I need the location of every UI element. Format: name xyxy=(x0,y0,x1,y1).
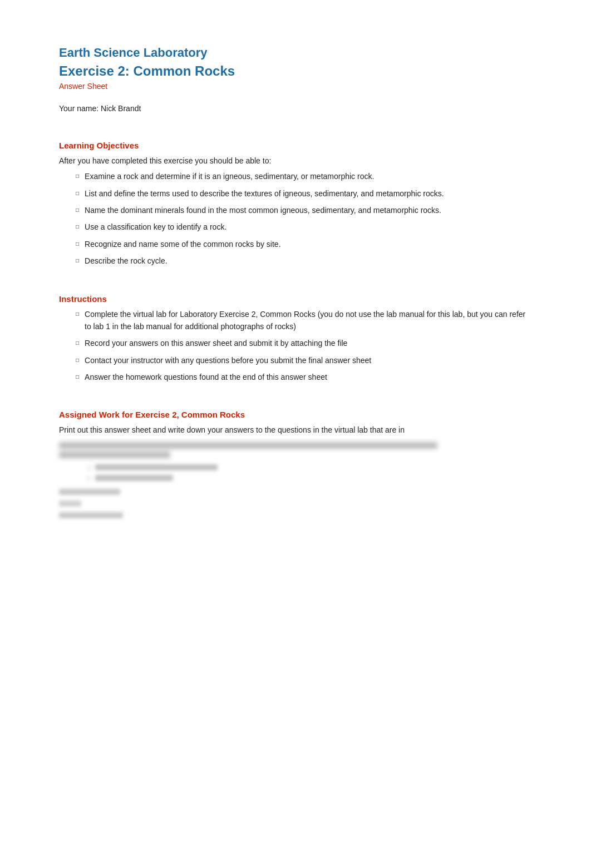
student-name: Your name: Nick Brandt xyxy=(59,104,532,113)
title-exercise: Exercise 2: Common Rocks xyxy=(59,62,532,81)
list-item: Describe the rock cycle. xyxy=(76,255,532,267)
blurred-paragraph xyxy=(59,442,532,458)
title-answer: Answer Sheet xyxy=(59,80,532,92)
list-item: Use a classification key to identify a r… xyxy=(76,221,532,233)
instructions-section: Instructions Complete the virtual lab fo… xyxy=(59,294,532,384)
list-item: Complete the virtual lab for Laboratory … xyxy=(76,308,532,333)
instructions-list: Complete the virtual lab for Laboratory … xyxy=(76,308,532,384)
page-container: Earth Science Laboratory Exercise 2: Com… xyxy=(0,0,591,578)
list-item: Name the dominant minerals found in the … xyxy=(76,204,532,216)
assigned-work-section: Assigned Work for Exercise 2, Common Roc… xyxy=(59,410,532,518)
student-name-value: Nick Brandt xyxy=(101,104,141,113)
learning-objectives-list: Examine a rock and determine if it is an… xyxy=(76,170,532,267)
blurred-item-2 xyxy=(59,500,532,507)
student-label: Your name: xyxy=(59,104,98,113)
list-item: List and define the terms used to descri… xyxy=(76,187,532,200)
title-section: Earth Science Laboratory Exercise 2: Com… xyxy=(59,44,532,93)
assigned-work-heading: Assigned Work for Exercise 2, Common Roc… xyxy=(59,410,532,419)
title-main: Earth Science Laboratory xyxy=(59,44,532,62)
list-item: Examine a rock and determine if it is an… xyxy=(76,170,532,182)
assigned-work-intro: Print out this answer sheet and write do… xyxy=(59,424,532,436)
blurred-sub-list: □ □ xyxy=(87,464,532,482)
learning-objectives-heading: Learning Objectives xyxy=(59,141,532,150)
list-item: Recognize and name some of the common ro… xyxy=(76,238,532,250)
list-item: Record your answers on this answer sheet… xyxy=(76,337,532,349)
blurred-item-3 xyxy=(59,512,532,518)
blurred-content: □ □ xyxy=(59,442,532,518)
instructions-heading: Instructions xyxy=(59,294,532,304)
learning-objectives-intro: After you have completed this exercise y… xyxy=(59,155,532,167)
list-item: Contact your instructor with any questio… xyxy=(76,354,532,366)
learning-objectives-section: Learning Objectives After you have compl… xyxy=(59,141,532,267)
list-item: Answer the homework questions found at t… xyxy=(76,371,532,383)
blurred-item-1 xyxy=(59,489,532,495)
